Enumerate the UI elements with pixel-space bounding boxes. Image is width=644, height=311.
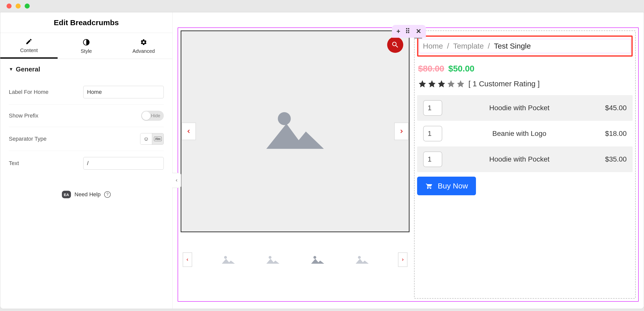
control-separator-type: Separator Type ☺ Abc — [9, 127, 164, 151]
price-old: $80.00 — [418, 64, 444, 73]
breadcrumb-widget-highlight: Home / Template / Test Single — [417, 35, 633, 57]
separator-text-input[interactable] — [83, 157, 164, 170]
thumbnail[interactable] — [309, 253, 326, 266]
bundle-name: Hoodie with Pocket — [442, 155, 596, 163]
svg-point-3 — [224, 256, 227, 259]
controls: Label For Home Show Prefix Hide Separato… — [0, 80, 172, 176]
bundle-row: Hoodie with Pocket $35.00 — [417, 146, 633, 172]
bundle-name: Beanie with Logo — [442, 130, 596, 138]
tabs: Content Style Advanced — [0, 33, 172, 59]
panel-title: Edit Breadcrumbs — [0, 12, 172, 33]
chevron-left-icon — [185, 258, 189, 262]
control-show-prefix: Show Prefix Hide — [9, 105, 164, 127]
abc-icon: Abc — [154, 137, 162, 141]
breadcrumb-template[interactable]: Template — [453, 42, 484, 50]
show-prefix-toggle[interactable]: Hide — [141, 111, 164, 121]
section-title: General — [16, 65, 40, 73]
emoji-icon: ☺ — [143, 136, 149, 142]
add-section-button[interactable]: + — [396, 27, 400, 35]
rating-text: [ 1 Customer Rating ] — [468, 80, 540, 88]
tab-advanced-label: Advanced — [133, 48, 155, 54]
canvas: + ⠿ ✕ — [173, 12, 644, 309]
minimize-window-icon[interactable] — [16, 4, 21, 9]
thumbs-next-button[interactable] — [398, 252, 408, 267]
ea-logo-icon: EA — [62, 191, 71, 198]
delete-section-button[interactable]: ✕ — [416, 27, 421, 35]
svg-point-7 — [313, 256, 316, 259]
star-icon — [418, 80, 427, 88]
bundle-name: Hoodie with Pocket — [442, 104, 596, 112]
question-icon: ? — [104, 191, 111, 198]
separator-type-label: Separator Type — [9, 136, 47, 142]
thumbnail[interactable] — [353, 253, 371, 266]
caret-down-icon: ▼ — [9, 67, 13, 72]
bundle-row: Hoodie with Pocket $45.00 — [417, 95, 633, 121]
separator-text-option[interactable]: Abc — [152, 133, 164, 144]
thumbnail[interactable] — [264, 253, 281, 266]
window-titlebar — [0, 0, 644, 12]
star-icon — [456, 80, 465, 88]
price-new: $50.00 — [448, 64, 474, 73]
right-column: Home / Template / Test Single $80.00 $50… — [414, 30, 636, 299]
separator-icon-option[interactable]: ☺ — [140, 133, 152, 144]
label-for-home-label: Label For Home — [9, 89, 49, 95]
close-window-icon[interactable] — [7, 4, 12, 9]
svg-point-1 — [278, 112, 291, 125]
tab-advanced[interactable]: Advanced — [115, 33, 172, 59]
svg-marker-2 — [266, 124, 324, 149]
toggle-knob — [142, 111, 150, 120]
control-text: Text — [9, 151, 164, 176]
product-gallery — [181, 30, 410, 232]
tab-content[interactable]: Content — [0, 33, 58, 59]
control-label-for-home: Label For Home — [9, 80, 164, 105]
help-row[interactable]: EA Need Help ? — [0, 191, 172, 198]
separator-type-segmented: ☺ Abc — [140, 133, 164, 145]
section-toggle-general[interactable]: ▼ General — [0, 59, 172, 80]
quantity-input[interactable] — [423, 126, 442, 141]
lightbox-button[interactable] — [387, 37, 403, 53]
search-icon — [391, 41, 399, 49]
product-rating: [ 1 Customer Rating ] — [418, 80, 633, 88]
bundle-price: $18.00 — [596, 130, 627, 138]
star-icon — [447, 80, 455, 88]
gallery-next-button[interactable] — [394, 123, 409, 140]
label-for-home-input[interactable] — [83, 86, 164, 98]
drag-section-handle[interactable]: ⠿ — [405, 27, 411, 35]
toggle-state: Hide — [151, 113, 160, 119]
rating-stars — [418, 80, 465, 88]
breadcrumb-current: Test Single — [494, 42, 531, 50]
gallery-prev-button[interactable] — [181, 123, 196, 140]
buy-now-button[interactable]: Buy Now — [417, 177, 476, 195]
chevron-right-icon — [401, 258, 405, 262]
breadcrumb-separator: / — [488, 42, 490, 50]
star-icon — [437, 80, 446, 88]
thumbnail-strip — [181, 252, 410, 267]
svg-point-9 — [358, 256, 361, 259]
image-placeholder-icon — [259, 106, 332, 157]
chevron-left-icon — [186, 128, 192, 134]
thumbs-prev-button[interactable] — [183, 252, 192, 267]
editor-sidebar: Edit Breadcrumbs Content Style Advanced … — [0, 12, 173, 309]
left-column — [181, 30, 410, 299]
bundle-row: Beanie with Logo $18.00 — [417, 121, 633, 146]
text-label: Text — [9, 160, 19, 167]
product-price: $80.00 $50.00 — [418, 64, 633, 73]
svg-point-5 — [269, 256, 271, 259]
breadcrumb[interactable]: Home / Template / Test Single — [419, 39, 631, 53]
maximize-window-icon[interactable] — [25, 4, 30, 9]
thumbnail[interactable] — [219, 253, 237, 266]
svg-marker-10 — [356, 259, 369, 264]
tab-style[interactable]: Style — [58, 33, 115, 59]
tab-style-label: Style — [81, 48, 92, 54]
breadcrumb-home[interactable]: Home — [423, 42, 443, 50]
collapse-sidebar-button[interactable] — [172, 173, 181, 188]
svg-marker-8 — [311, 259, 324, 264]
bundle-price: $35.00 — [596, 155, 627, 163]
chevron-left-icon — [175, 178, 179, 182]
quantity-input[interactable] — [423, 151, 442, 167]
show-prefix-label: Show Prefix — [9, 112, 38, 119]
svg-marker-6 — [266, 259, 279, 264]
page-section[interactable]: Home / Template / Test Single $80.00 $50… — [178, 27, 639, 302]
breadcrumb-separator: / — [447, 42, 449, 50]
quantity-input[interactable] — [423, 100, 442, 116]
